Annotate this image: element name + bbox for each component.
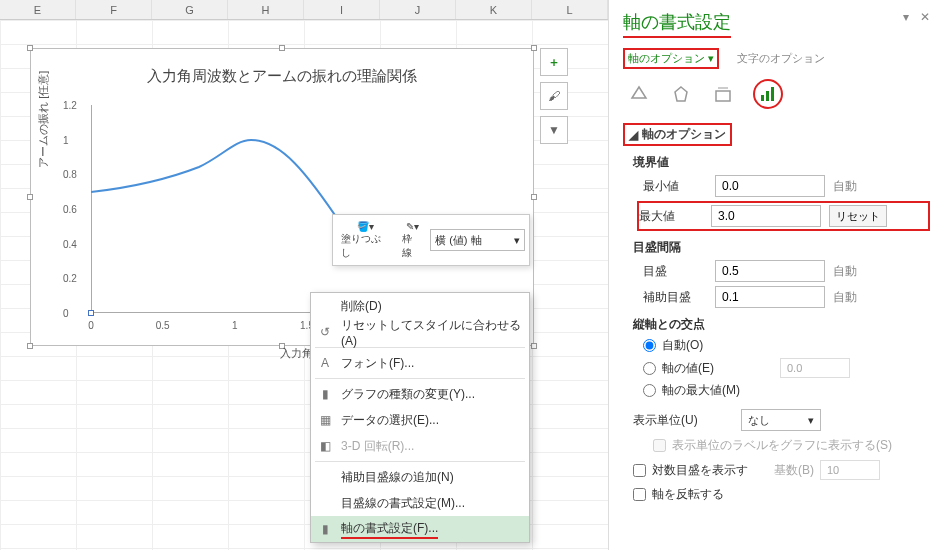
effects-category-icon[interactable] [669,82,693,106]
radio-input[interactable] [643,362,656,375]
chart-elements-button[interactable]: ＋ [540,48,568,76]
ctx-add-minor-gridlines[interactable]: 補助目盛線の追加(N) [311,464,529,490]
resize-handle[interactable] [531,45,537,51]
ctx-delete[interactable]: 削除(D) [311,293,529,319]
size-category-icon[interactable] [711,82,735,106]
section-title: 軸のオプション [642,126,726,143]
y-tick: 0 [63,308,69,319]
pane-close-button[interactable]: ▾ ✕ [903,10,934,24]
category-icons [623,79,930,109]
plus-icon: ＋ [548,54,560,71]
cross-value-input[interactable] [780,358,850,378]
tab-text-options[interactable]: 文字のオプション [737,51,825,66]
cross-max-radio[interactable]: 軸の最大値(M) [643,382,930,399]
max-input[interactable] [711,205,821,227]
minor-label: 補助目盛 [643,289,707,306]
x-tick: 0.5 [156,320,170,331]
col-header[interactable]: L [532,0,608,19]
ctx-format-gridlines[interactable]: 目盛線の書式設定(M)... [311,490,529,516]
tab-axis-options[interactable]: 軸のオプション▾ [623,48,719,69]
col-header[interactable]: J [380,0,456,19]
ctx-reset-style[interactable]: ↺リセットしてスタイルに合わせる(A) [311,319,529,345]
ctx-label: 補助目盛線の追加(N) [341,469,454,486]
minor-tick-row: 補助目盛 自動 [643,286,930,308]
cross-value-radio[interactable]: 軸の値(E) [643,358,930,378]
mini-toolbar: 🪣▾ 塗りつぶし ✎▾ 枠線 横 (値) 軸 ▾ [332,214,530,266]
col-header[interactable]: K [456,0,532,19]
chart-styles-button[interactable]: 🖌 [540,82,568,110]
min-auto-label: 自動 [833,178,877,195]
col-header[interactable]: E [0,0,76,19]
checkbox-label: 対数目盛を表示す [652,462,748,479]
ctx-label: 削除(D) [341,298,382,315]
outline-button[interactable]: ✎▾ 枠線 [398,219,426,262]
chevron-down-icon: ▾ [514,234,520,247]
axis-options-section: ◢軸のオプション 境界値 横軸の最大値を3に 最小値 自動 最大値 リセット 目… [623,123,930,503]
ctx-label: グラフの種類の変更(Y)... [341,386,475,403]
ctx-font[interactable]: Aフォント(F)... [311,350,529,376]
chart-icon: ▮ [317,387,333,401]
resize-handle[interactable] [531,194,537,200]
fill-button[interactable]: 🪣▾ 塗りつぶし [337,219,394,262]
col-header[interactable]: H [228,0,304,19]
ctx-select-data[interactable]: ▦データの選択(E)... [311,407,529,433]
cross-auto-radio[interactable]: 自動(O) [643,337,930,354]
major-tick-row: 目盛 自動 [643,260,930,282]
section-header[interactable]: ◢軸のオプション [623,123,732,146]
fill-label: 塗りつぶし [341,232,390,260]
resize-handle[interactable] [531,343,537,349]
y-axis-label[interactable]: アームの振れ [任意] [36,71,51,168]
reset-button[interactable]: リセット [829,205,887,227]
unit-label: 表示単位(U) [633,412,733,429]
reverse-axis-checkbox[interactable]: 軸を反転する [633,486,930,503]
col-header[interactable]: F [76,0,152,19]
checkbox-input[interactable] [633,464,646,477]
reset-icon: ↺ [317,325,333,339]
min-input[interactable] [715,175,825,197]
resize-handle[interactable] [279,45,285,51]
max-label: 最大値 [639,208,703,225]
chart-element-selector[interactable]: 横 (値) 軸 ▾ [430,229,525,251]
radio-input[interactable] [643,384,656,397]
separator [315,461,525,462]
worksheet-area: E F G H I J K L 入力角周波数とアームの振れの理論関係 アームの振… [0,0,608,550]
unit-select[interactable]: なし▾ [741,409,821,431]
axis-category-icon[interactable] [753,79,783,109]
radio-label: 軸の最大値(M) [662,382,740,399]
chart-filters-button[interactable]: ▼ [540,116,568,144]
checkbox-input[interactable] [633,488,646,501]
chart-title[interactable]: 入力角周波数とアームの振れの理論関係 [31,67,533,86]
resize-handle[interactable] [27,343,33,349]
ctx-3d-rotation: ◧3-D 回転(R)... [311,433,529,459]
ctx-format-axis[interactable]: ▮軸の書式設定(F)... [311,516,529,542]
ctx-label: 3-D 回転(R)... [341,438,414,455]
log-scale-checkbox[interactable]: 対数目盛を表示す基数(B) [633,460,930,480]
radio-input[interactable] [643,339,656,352]
pane-tabs: 軸のオプション▾ 文字のオプション [623,48,930,69]
y-tick: 0.8 [63,169,77,180]
major-input[interactable] [715,260,825,282]
ctx-change-chart-type[interactable]: ▮グラフの種類の変更(Y)... [311,381,529,407]
radio-label: 軸の値(E) [662,360,714,377]
max-row: 最大値 リセット [637,201,930,231]
svg-rect-2 [761,95,764,101]
fill-category-icon[interactable] [627,82,651,106]
plot-area[interactable]: アームの振れ [任意] 入力角周波 0 0.2 0.4 0.6 0.8 1 1.… [91,105,523,313]
column-headers: E F G H I J K L [0,0,608,20]
data-icon: ▦ [317,413,333,427]
rotate-icon: ◧ [317,439,333,453]
major-label: 目盛 [643,263,707,280]
minor-input[interactable] [715,286,825,308]
ctx-label: データの選択(E)... [341,412,439,429]
y-tick: 1.2 [63,100,77,111]
resize-handle[interactable] [27,194,33,200]
svg-rect-4 [771,87,774,101]
data-series-line[interactable] [91,105,523,313]
tick-header: 目盛間隔 [633,239,930,256]
resize-handle[interactable] [27,45,33,51]
radio-label: 自動(O) [662,337,703,354]
x-tick: 0 [88,320,94,331]
selector-value: 横 (値) 軸 [435,233,481,248]
col-header[interactable]: I [304,0,380,19]
col-header[interactable]: G [152,0,228,19]
